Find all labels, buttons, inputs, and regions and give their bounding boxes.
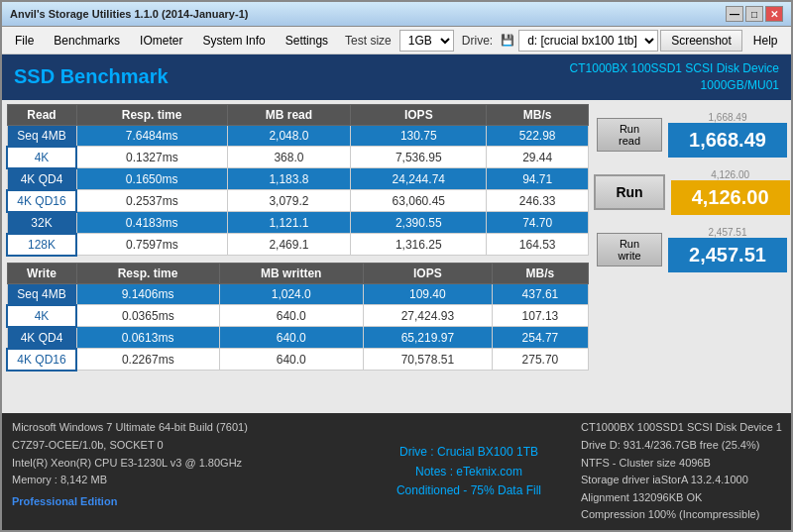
write-score-box: 2,457.51 [668, 238, 787, 272]
read-mbs-4: 74.70 [487, 212, 589, 234]
write-mb-2: 640.0 [219, 327, 363, 349]
menu-benchmarks[interactable]: Benchmarks [45, 30, 129, 52]
notes-line2: Notes : eTeknix.com [415, 463, 522, 481]
ssd-benchmark-title: SSD Benchmark [14, 65, 169, 88]
bottom-panel: Microsoft Windows 7 Ultimate 64-bit Buil… [2, 413, 791, 530]
run-read-button[interactable]: Run read [597, 118, 662, 152]
read-mb-2: 1,183.8 [227, 168, 351, 190]
write-label-0: Seq 4MB [7, 283, 76, 305]
device-line2: 1000GB/MU01 [570, 77, 779, 94]
write-resp-1: 0.0365ms [76, 305, 219, 327]
menu-system-info[interactable]: System Info [193, 30, 274, 52]
read-mbs-0: 522.98 [487, 125, 589, 147]
menu-bar: File Benchmarks IOmeter System Info Sett… [2, 27, 791, 54]
test-size-label: Test size [339, 31, 397, 51]
dev-info-line2: Drive D: 931.4/236.7GB free (25.4%) [581, 437, 783, 455]
side-controls: Run read 1,668.49 1,668.49 Run 4,126.00 … [593, 100, 791, 414]
read-mbs-3: 246.33 [487, 190, 589, 212]
dev-info-line4: Storage driver iaStorA 13.2.4.1000 [581, 472, 783, 489]
read-row-1: 4K 0.1327ms 368.0 7,536.95 29.44 [7, 147, 589, 168]
write-iops-2: 65,219.97 [363, 327, 492, 349]
col-mb-written: MB written [219, 263, 363, 283]
write-mbs-2: 254.77 [492, 327, 588, 349]
read-score-box: 1,668.49 [668, 123, 787, 158]
col-write: Write [7, 263, 76, 283]
test-size-select[interactable]: 1GB [399, 30, 454, 52]
write-resp-3: 0.2267ms [76, 349, 219, 371]
sys-line3: Intel(R) Xeon(R) CPU E3-1230L v3 @ 1.80G… [12, 455, 355, 473]
read-row-2: 4K QD4 0.1650ms 1,183.8 24,244.74 94.71 [7, 168, 589, 190]
read-score-small-label: 1,668.49 [709, 112, 747, 123]
write-row-3: 4K QD16 0.2267ms 640.0 70,578.51 275.70 [7, 349, 589, 371]
read-iops-0: 130.75 [351, 125, 487, 147]
main-window: Anvil's Storage Utilities 1.1.0 (2014-Ja… [0, 0, 793, 532]
write-score-small-label: 2,457.51 [709, 227, 747, 238]
benchmark-table-area: Read Resp. time MB read IOPS MB/s Seq 4M… [2, 100, 593, 414]
read-iops-5: 1,316.25 [351, 234, 487, 256]
read-resp-4: 0.4183ms [76, 212, 227, 234]
bottom-center: Drive : Crucial BX100 1TB Notes : eTekni… [365, 413, 573, 530]
drive-label: Drive: [456, 31, 499, 51]
write-mb-3: 640.0 [219, 349, 363, 371]
bottom-left: Microsoft Windows 7 Ultimate 64-bit Buil… [2, 413, 365, 530]
write-iops-3: 70,578.51 [363, 349, 492, 371]
write-mb-0: 1,024.0 [219, 283, 363, 305]
run-button[interactable]: Run [594, 174, 664, 210]
col-resp-time-w: Resp. time [76, 263, 219, 283]
main-content: Read Resp. time MB read IOPS MB/s Seq 4M… [2, 100, 791, 414]
drive-select[interactable]: d: [crucial bx100 1tb] [518, 30, 658, 52]
run-section: Run 4,126.00 4,126.00 [597, 169, 787, 215]
minimize-button[interactable]: — [726, 6, 743, 22]
read-label-2: 4K QD4 [7, 168, 76, 190]
read-mbs-2: 94.71 [487, 168, 589, 190]
ssd-header: SSD Benchmark CT1000BX 100SSD1 SCSI Disk… [2, 54, 791, 100]
read-mb-4: 1,121.1 [227, 212, 351, 234]
read-resp-0: 7.6484ms [76, 125, 227, 147]
write-resp-0: 9.1406ms [76, 283, 219, 305]
read-mb-3: 3,079.2 [227, 190, 351, 212]
window-controls: — □ ✕ [726, 6, 783, 22]
col-iops: IOPS [351, 104, 487, 125]
read-header-row: Read Resp. time MB read IOPS MB/s [7, 104, 589, 125]
write-row-1: 4K 0.0365ms 640.0 27,424.93 107.13 [7, 305, 589, 327]
sys-line2: C7Z97-OCEE/1.0b, SOCKET 0 [12, 437, 355, 455]
sys-line4: Memory : 8,142 MB [12, 472, 355, 489]
total-score-box: 4,126.00 [671, 180, 790, 215]
read-iops-4: 2,390.55 [351, 212, 487, 234]
close-button[interactable]: ✕ [765, 6, 783, 22]
run-write-button[interactable]: Run write [597, 233, 662, 266]
read-row-5: 128K 0.7597ms 2,469.1 1,316.25 164.53 [7, 234, 589, 256]
sys-line1: Microsoft Windows 7 Ultimate 64-bit Buil… [12, 419, 355, 437]
read-resp-1: 0.1327ms [76, 147, 227, 168]
menu-iometer[interactable]: IOmeter [131, 30, 191, 52]
read-label-5: 128K [7, 234, 76, 256]
screenshot-button[interactable]: Screenshot [660, 30, 742, 52]
col-mbs-w: MB/s [492, 263, 588, 283]
menu-help[interactable]: Help [744, 30, 787, 52]
write-label-3: 4K QD16 [7, 349, 76, 371]
device-line1: CT1000BX 100SSD1 SCSI Disk Device [570, 60, 779, 77]
read-label-0: Seq 4MB [7, 125, 76, 147]
read-mb-5: 2,469.1 [227, 234, 351, 256]
read-resp-3: 0.2537ms [76, 190, 227, 212]
write-iops-0: 109.40 [363, 283, 492, 305]
pro-edition-label: Professional Edition [12, 493, 355, 511]
write-header-row: Write Resp. time MB written IOPS MB/s [7, 263, 589, 283]
read-iops-1: 7,536.95 [351, 147, 487, 168]
maximize-button[interactable]: □ [745, 6, 763, 22]
write-resp-2: 0.0613ms [76, 327, 219, 349]
write-iops-1: 27,424.93 [363, 305, 492, 327]
menu-settings[interactable]: Settings [277, 30, 337, 52]
col-iops-w: IOPS [363, 263, 492, 283]
read-label-3: 4K QD16 [7, 190, 76, 212]
device-info: CT1000BX 100SSD1 SCSI Disk Device 1000GB… [570, 60, 779, 94]
total-score-small-label: 4,126.00 [711, 169, 749, 180]
write-label-2: 4K QD4 [7, 327, 76, 349]
menu-file[interactable]: File [6, 30, 43, 52]
dev-info-line1: CT1000BX 100SSD1 SCSI Disk Device 1 [581, 419, 783, 437]
write-row-0: Seq 4MB 9.1406ms 1,024.0 109.40 437.61 [7, 283, 589, 305]
read-resp-2: 0.1650ms [76, 168, 227, 190]
run-read-section: Run read 1,668.49 1,668.49 [597, 112, 787, 158]
drive-icon: 💾 [501, 34, 514, 47]
dev-info-line5: Alignment 132096KB OK [581, 489, 783, 507]
